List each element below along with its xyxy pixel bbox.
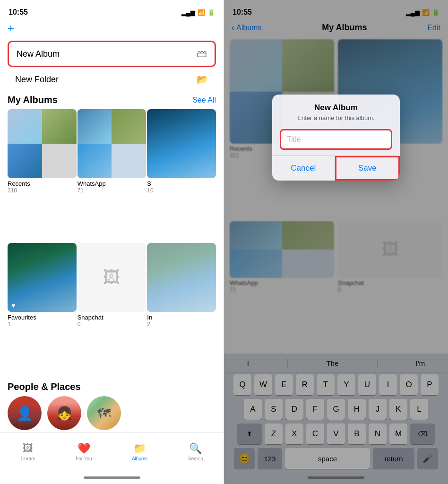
tab-bar: 🖼 Library ❤️ For You 📁 Albums 🔍 Search — [0, 432, 224, 471]
mini-wthumb-1 — [78, 109, 112, 144]
right-panel: 10:55 ▂▄▆ 📶 🔋 ‹ Albums My Albums Edit — [224, 0, 448, 484]
album-thumb-whatsapp — [78, 109, 146, 178]
album-name-in: In — [147, 314, 216, 321]
modal-overlay: New Album Enter a name for this album. C… — [224, 0, 448, 484]
new-folder-label: New Folder — [15, 75, 59, 85]
people-row: 👤 👧 🗺 — [8, 396, 216, 430]
left-panel: 10:55 ▂▄▆ 📶 🔋 + New Album 🗃 New Folder 📂… — [0, 0, 224, 484]
modal-buttons: Cancel Save — [272, 156, 400, 181]
mini-thumb-1 — [8, 109, 42, 144]
my-albums-title: My Albums — [8, 95, 58, 105]
albums-icon: 📁 — [133, 442, 146, 455]
home-indicator-left — [0, 471, 224, 484]
left-status-time: 10:55 — [9, 8, 28, 17]
people-places-section: People & Places 👤 👧 🗺 — [0, 378, 224, 432]
album-name-snapchat: Snapchat — [78, 314, 146, 321]
search-icon: 🔍 — [189, 442, 202, 455]
new-folder-row[interactable]: New Folder 📂 — [8, 69, 216, 90]
mini-wthumb-3 — [78, 144, 112, 178]
mini-thumb-4 — [42, 144, 77, 178]
modal-subtitle: Enter a name for this album. — [280, 114, 392, 121]
new-folder-icon: 📂 — [197, 74, 208, 85]
tab-search-label: Search — [188, 456, 203, 461]
left-status-icons: ▂▄▆ 📶 🔋 — [181, 9, 215, 16]
mini-wthumb-2 — [112, 109, 146, 144]
album-name-favourites: Favourites — [8, 314, 77, 321]
tab-albums-label: Albums — [132, 456, 147, 461]
album-item-s[interactable]: S 10 — [147, 109, 216, 242]
people-places-title: People & Places — [8, 381, 216, 392]
new-album-row[interactable]: New Album 🗃 — [8, 41, 216, 67]
home-bar-left — [84, 476, 140, 479]
my-albums-section-header: My Albums See All — [0, 92, 224, 107]
album-item-favourites[interactable]: ♥ Favourites 1 — [8, 243, 77, 376]
wifi-icon: 📶 — [198, 9, 205, 16]
album-item-whatsapp[interactable]: WhatsApp 71 — [78, 109, 146, 242]
tab-library-label: Library — [21, 456, 35, 461]
add-button[interactable]: + — [8, 22, 14, 35]
album-thumb-s — [147, 109, 216, 178]
album-count-s: 10 — [147, 187, 216, 194]
album-name-s: S — [147, 180, 216, 187]
for-you-icon: ❤️ — [78, 442, 90, 455]
new-album-label: New Album — [17, 49, 60, 59]
signal-icon: ▂▄▆ — [181, 9, 195, 16]
album-thumb-snapchat: 🖼 — [78, 243, 146, 312]
new-album-icon: 🗃 — [197, 48, 207, 60]
map-icon: 🗺 — [97, 406, 111, 421]
album-thumb-in — [147, 243, 216, 312]
album-item-snapchat[interactable]: 🖼 Snapchat 0 — [78, 243, 146, 376]
album-name-recents: Recents — [8, 180, 77, 187]
albums-grid: Recents 310 WhatsApp 71 S 10 — [0, 107, 224, 378]
tab-library[interactable]: 🖼 Library — [0, 432, 56, 471]
album-item-in[interactable]: In 2 — [147, 243, 216, 376]
status-bar-left: 10:55 ▂▄▆ 📶 🔋 — [0, 0, 224, 21]
battery-icon: 🔋 — [207, 9, 215, 16]
album-count-in: 2 — [147, 321, 216, 328]
sea-image-in — [147, 243, 216, 312]
whatsapp-mini-grid — [78, 109, 146, 178]
recents-mini-grid — [8, 109, 77, 178]
tab-albums[interactable]: 📁 Albums — [112, 432, 168, 471]
modal-save-button[interactable]: Save — [335, 156, 400, 181]
left-header: + — [0, 21, 224, 38]
see-all-link[interactable]: See All — [192, 96, 216, 104]
placeholder-icon-snapchat: 🖼 — [103, 268, 120, 287]
person-circle-man[interactable]: 👤 — [8, 396, 42, 430]
mini-wthumb-4 — [112, 144, 146, 178]
person-man-icon: 👤 — [17, 406, 33, 421]
mini-thumb-2 — [42, 109, 77, 144]
tab-for-you-label: For You — [76, 456, 92, 461]
library-icon: 🖼 — [23, 442, 33, 455]
album-name-whatsapp: WhatsApp — [78, 180, 146, 187]
person-circle-map[interactable]: 🗺 — [87, 396, 121, 430]
modal-title: New Album — [280, 103, 392, 112]
modal-cancel-button[interactable]: Cancel — [272, 156, 335, 181]
person-circle-girl[interactable]: 👧 — [47, 396, 81, 430]
album-count-snapchat: 0 — [78, 321, 146, 328]
album-item-recents[interactable]: Recents 310 — [8, 109, 77, 242]
person-girl-icon: 👧 — [56, 406, 73, 421]
album-title-input[interactable] — [280, 129, 392, 150]
new-album-modal: New Album Enter a name for this album. C… — [272, 95, 400, 181]
mini-thumb-3 — [8, 144, 42, 178]
heart-icon: ♥ — [11, 302, 15, 309]
sea-image-s — [147, 109, 216, 178]
tab-for-you[interactable]: ❤️ For You — [56, 432, 112, 471]
album-count-whatsapp: 71 — [78, 187, 146, 194]
modal-header: New Album Enter a name for this album. — [272, 95, 400, 125]
album-thumb-favourites: ♥ — [8, 243, 77, 312]
album-count-favourites: 1 — [8, 321, 77, 328]
tab-search[interactable]: 🔍 Search — [168, 432, 224, 471]
modal-input-wrap — [272, 125, 400, 156]
album-thumb-recents — [8, 109, 77, 178]
album-count-recents: 310 — [8, 187, 77, 194]
